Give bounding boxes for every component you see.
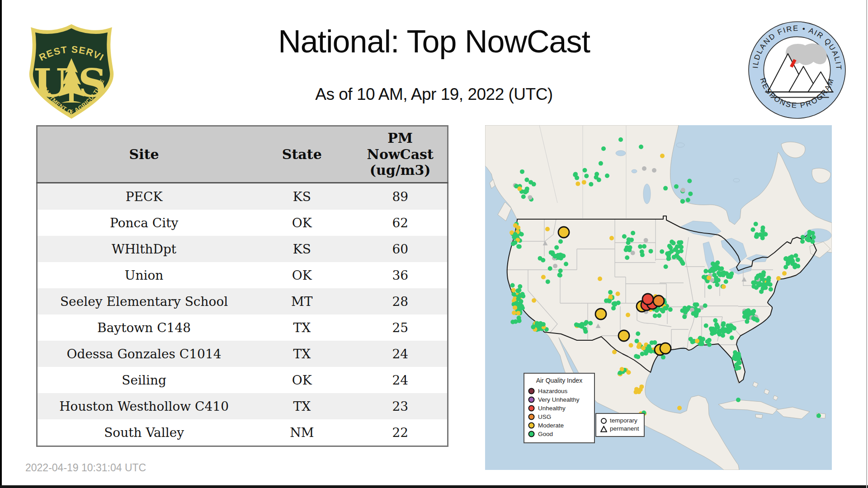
monitor-dot xyxy=(652,340,657,345)
monitor-dot xyxy=(788,255,793,260)
monitor-dot xyxy=(751,227,755,232)
aqi-legend-title: Air Quality Index xyxy=(528,377,590,384)
table-header-row: Site State PM NowCast (ug/m3) xyxy=(37,126,448,183)
cell-state: TX xyxy=(250,314,353,341)
monitor-dot xyxy=(663,306,667,310)
monitor-dot xyxy=(553,264,557,268)
monitor-dot xyxy=(805,237,810,241)
monitor-dot xyxy=(800,239,805,244)
highlighted-monitor xyxy=(595,309,606,319)
monitor-dot xyxy=(755,276,759,280)
monitor-dot xyxy=(704,324,708,328)
monitor-dot xyxy=(583,329,588,334)
monitor-dot xyxy=(761,225,765,230)
monitor-dot xyxy=(642,244,646,249)
cell-site: Seeley Elementary School xyxy=(37,288,251,314)
monitor-dot xyxy=(649,249,653,253)
monitor-dot xyxy=(736,352,741,357)
monitor-dot xyxy=(754,222,758,226)
monitor-dot xyxy=(690,340,695,344)
monitor-dot xyxy=(510,320,515,324)
monitor-dot xyxy=(627,246,631,251)
monitor-dot xyxy=(550,250,555,255)
table-row: SeilingOK24 xyxy=(37,367,448,393)
cell-value: 23 xyxy=(353,393,448,419)
table-row: Seeley Elementary SchoolMT28 xyxy=(37,288,448,314)
cell-site: PECK xyxy=(37,183,251,210)
monitor-dot xyxy=(784,256,788,261)
monitor-dot xyxy=(532,298,536,303)
legend-item-usg: USG xyxy=(528,413,590,421)
monitor-dot xyxy=(707,276,711,280)
page-subtitle: As of 10 AM, Apr 19, 2022 (UTC) xyxy=(0,85,868,104)
hazardous-swatch-icon xyxy=(528,388,535,394)
monitor-dot xyxy=(816,413,821,418)
monitor-dot xyxy=(517,187,522,191)
monitor-dot xyxy=(667,244,672,248)
monitor-dot xyxy=(558,268,563,273)
monitor-dot xyxy=(584,174,589,178)
monitor-dot xyxy=(801,235,805,239)
monitor-dot xyxy=(683,310,688,314)
monitor-dot xyxy=(561,254,566,258)
monitor-dot xyxy=(618,371,623,375)
table-row: PECKKS89 xyxy=(37,183,448,210)
monitor-dot xyxy=(783,265,788,269)
monitor-dot xyxy=(721,327,725,331)
table-row: Odessa Gonzales C1014TX24 xyxy=(37,341,448,367)
monitor-dot xyxy=(745,319,749,324)
monitor-dot xyxy=(759,289,764,294)
monitor-dot xyxy=(709,326,713,331)
cell-value: 25 xyxy=(353,314,448,341)
monitor-dot xyxy=(512,310,516,315)
monitor-dot xyxy=(682,314,687,319)
cell-value: 22 xyxy=(353,419,448,446)
monitor-dot xyxy=(531,325,535,329)
top-nowcast-table: Site State PM NowCast (ug/m3) PECKKS89Po… xyxy=(36,125,448,447)
monitor-dot xyxy=(782,271,787,276)
cell-value: 24 xyxy=(353,367,448,393)
col-header-site: Site xyxy=(37,126,251,183)
monitor-dot xyxy=(554,245,559,250)
cell-state: KS xyxy=(250,183,353,210)
monitor-dot xyxy=(584,320,589,324)
monitor-dot xyxy=(681,188,685,192)
legend-item-hazardous: Hazardous xyxy=(528,387,590,395)
legend-item-permanent: permanent xyxy=(600,425,639,433)
monitor-dot xyxy=(708,285,712,289)
monitor-dot xyxy=(730,335,734,340)
monitor-dot xyxy=(642,166,646,171)
monitor-dot xyxy=(707,343,712,347)
monitor-dot xyxy=(724,279,728,284)
page-right-edge xyxy=(866,0,867,488)
monitor-dot xyxy=(528,195,532,200)
monitor-dot xyxy=(653,314,657,318)
monitor-dot xyxy=(622,234,627,239)
monitor-dot xyxy=(608,290,613,295)
monitor-dot xyxy=(513,223,518,228)
monitor-dot xyxy=(548,266,552,271)
generated-timestamp: 2022-04-19 10:31:04 UTC xyxy=(25,462,146,474)
monitor-dot xyxy=(691,311,695,316)
monitor-dot xyxy=(558,239,563,244)
monitor-dot xyxy=(762,284,767,288)
monitor-dot xyxy=(513,305,517,310)
table-row: Ponca CityOK62 xyxy=(37,210,448,236)
monitor-dot xyxy=(513,232,518,237)
monitor-dot xyxy=(597,178,601,182)
monitor-dot xyxy=(634,354,638,358)
cell-state: NM xyxy=(250,419,353,446)
highlighted-monitor xyxy=(642,294,653,305)
monitor-dot xyxy=(588,321,593,325)
monitor-dot xyxy=(734,362,739,367)
monitor-dot xyxy=(639,145,643,149)
monitor-dot xyxy=(573,173,577,177)
monitor-dot xyxy=(687,179,692,183)
monitor-dot xyxy=(754,285,759,290)
monitor-dot xyxy=(580,324,584,329)
monitor-dot xyxy=(638,244,642,249)
table-row: South ValleyNM22 xyxy=(37,419,448,446)
temporary-monitor-icon xyxy=(600,418,607,424)
monitor-dot xyxy=(582,180,586,184)
monitor-dot xyxy=(546,279,550,284)
